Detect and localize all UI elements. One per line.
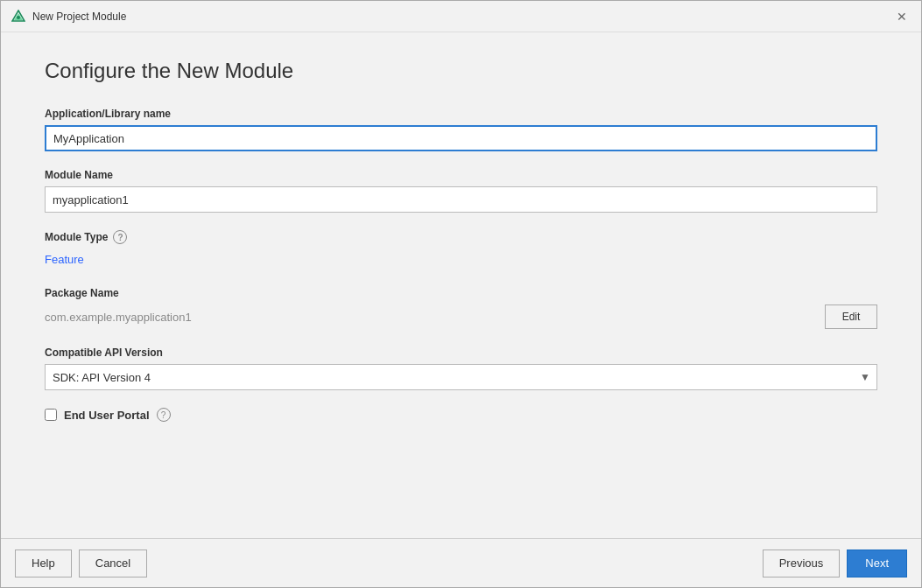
app-icon	[11, 10, 25, 24]
package-name-row: com.example.myapplication1 Edit	[45, 304, 877, 329]
package-name-value: com.example.myapplication1	[45, 307, 814, 327]
module-type-group: Module Type ? Feature	[45, 230, 877, 270]
cancel-button[interactable]: Cancel	[79, 550, 147, 578]
footer-left-buttons: Help Cancel	[15, 550, 147, 578]
package-name-label: Package Name	[45, 287, 877, 299]
title-bar: New Project Module ✕	[1, 1, 921, 32]
previous-button[interactable]: Previous	[763, 550, 841, 578]
package-name-group: Package Name com.example.myapplication1 …	[45, 287, 877, 329]
dialog-footer: Help Cancel Previous Next	[1, 538, 921, 587]
help-button[interactable]: Help	[15, 550, 72, 578]
compatible-api-version-group: Compatible API Version SDK: API Version …	[45, 346, 877, 390]
dialog-window: New Project Module ✕ Configure the New M…	[0, 0, 922, 588]
footer-right-buttons: Previous Next	[763, 550, 907, 578]
app-library-name-label: Application/Library name	[45, 108, 877, 120]
close-button[interactable]: ✕	[893, 8, 911, 25]
app-library-name-input[interactable]	[45, 125, 877, 151]
api-version-select-wrapper: SDK: API Version 4 SDK: API Version 3 SD…	[45, 364, 877, 390]
module-type-value: Feature	[45, 249, 877, 270]
page-heading: Configure the New Module	[45, 59, 877, 83]
end-user-portal-checkbox[interactable]	[45, 409, 57, 421]
end-user-portal-row: End User Portal ?	[45, 408, 877, 422]
module-type-label: Module Type ?	[45, 230, 877, 244]
title-bar-left: New Project Module	[11, 10, 126, 24]
module-name-input[interactable]	[45, 186, 877, 213]
end-user-portal-help-icon[interactable]: ?	[157, 408, 171, 422]
api-version-select[interactable]: SDK: API Version 4 SDK: API Version 3 SD…	[45, 364, 877, 390]
module-type-help-icon[interactable]: ?	[113, 230, 127, 244]
compatible-api-version-label: Compatible API Version	[45, 346, 877, 359]
edit-package-button[interactable]: Edit	[825, 304, 877, 329]
main-content: Configure the New Module Application/Lib…	[1, 32, 921, 538]
module-name-label: Module Name	[45, 169, 877, 181]
next-button[interactable]: Next	[847, 550, 907, 578]
app-library-name-group: Application/Library name	[45, 108, 877, 151]
module-name-group: Module Name	[45, 169, 877, 213]
svg-point-2	[17, 16, 20, 19]
end-user-portal-label: End User Portal	[64, 409, 150, 422]
window-title: New Project Module	[32, 10, 126, 23]
